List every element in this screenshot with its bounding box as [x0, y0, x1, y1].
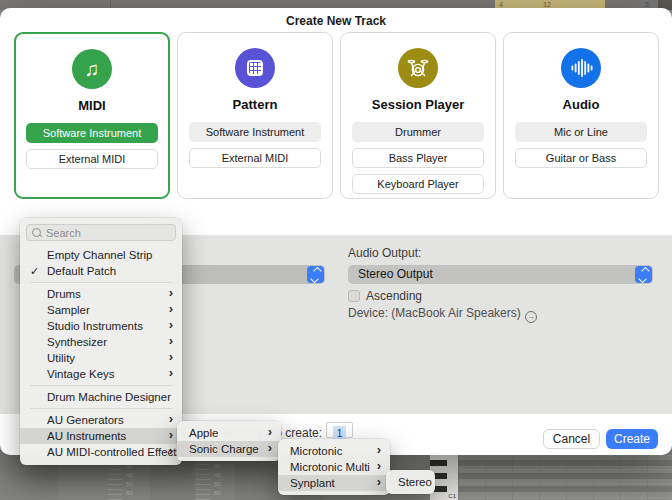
menu-item-utility[interactable]: Utility	[20, 350, 182, 366]
menu-separator	[30, 282, 172, 283]
menu-item-studio-instruments[interactable]: Studio Instruments	[20, 318, 182, 334]
ascending-checkbox[interactable]	[348, 290, 360, 302]
menu-item-au-instruments[interactable]: AU Instruments	[20, 428, 182, 444]
ascending-label: Ascending	[366, 289, 422, 303]
external-midi-button[interactable]: External MIDI	[189, 148, 321, 168]
meter-number: 60	[126, 489, 133, 498]
tracks-count-input[interactable]: 1	[326, 422, 353, 438]
menu-item-drum-machine-designer[interactable]: Drum Machine Designer	[20, 389, 182, 405]
card-pattern[interactable]: Pattern Software Instrument External MID…	[177, 32, 333, 199]
submenu-chevron-icon	[169, 333, 173, 349]
submenu-chevron-icon	[377, 458, 381, 474]
grid-icon	[247, 60, 263, 76]
card-session-player[interactable]: Session Player Drummer Bass Player Keybo…	[340, 32, 496, 199]
meter-number: 60	[214, 489, 221, 498]
submenu-chevron-icon	[169, 411, 173, 427]
menu-separator	[30, 385, 172, 386]
card-title: Pattern	[178, 97, 332, 112]
submenu-chevron-icon	[169, 285, 173, 301]
popup-stepper-icon	[635, 266, 652, 283]
menu-item-default-patch[interactable]: Default Patch	[20, 263, 182, 279]
meter-number: 50	[126, 480, 133, 489]
submenu-chevron-icon	[268, 424, 272, 440]
tracks-count-value: 1	[333, 426, 346, 440]
audio-card-circle	[561, 48, 601, 88]
menu-item-synthesizer[interactable]: Synthesizer	[20, 334, 182, 350]
black-key	[430, 460, 447, 466]
external-midi-button[interactable]: External MIDI	[26, 149, 158, 169]
submenu-chevron-icon	[169, 317, 173, 333]
card-audio[interactable]: Audio Mic or Line Guitar or Bass	[503, 32, 659, 199]
keyboard-player-button[interactable]: Keyboard Player	[352, 174, 484, 194]
cancel-button[interactable]: Cancel	[543, 429, 600, 449]
create-button[interactable]: Create	[606, 429, 658, 449]
audio-output-popup[interactable]: Stereo Output	[348, 265, 653, 284]
midi-card-circle	[72, 49, 112, 89]
submenu-chevron-icon	[169, 443, 173, 459]
go-to-device-icon[interactable]	[525, 311, 537, 323]
menu-item-au-midi-controlled-effects[interactable]: AU MIDI-controlled Effects	[20, 444, 182, 460]
meter-number: 45	[126, 471, 133, 480]
session-card-circle	[398, 48, 438, 88]
guitar-or-bass-button[interactable]: Guitar or Bass	[515, 148, 647, 168]
grid-dark-row	[458, 460, 672, 466]
piano-key-label: C1	[448, 493, 456, 499]
menu-search-field[interactable]: Search	[26, 224, 176, 241]
software-instrument-button[interactable]: Software Instrument	[26, 123, 158, 143]
card-title: Audio	[504, 97, 658, 112]
sonic-charge-submenu: Microtonic Microtonic Multi Synplant	[278, 439, 390, 495]
drum-kit-icon	[406, 56, 430, 80]
menu-item-stereo[interactable]: Stereo	[386, 474, 435, 490]
au-instruments-submenu: Apple Sonic Charge	[177, 421, 281, 461]
menu-item-au-generators[interactable]: AU Generators	[20, 412, 182, 428]
menu-item-microtonic-multi[interactable]: Microtonic Multi	[278, 459, 390, 475]
meter-number: 45	[214, 471, 221, 480]
music-note-icon	[85, 59, 100, 80]
menu-item-drums[interactable]: Drums	[20, 286, 182, 302]
waveform-icon	[569, 56, 593, 80]
popup-stepper-icon	[307, 266, 324, 283]
checkmark-icon	[30, 263, 39, 279]
card-title: MIDI	[16, 98, 168, 113]
submenu-chevron-icon	[169, 349, 173, 365]
pattern-card-circle	[235, 48, 275, 88]
menu-item-empty-channel-strip[interactable]: Empty Channel Strip	[20, 247, 182, 263]
search-icon	[32, 228, 41, 237]
patch-menu: Search Empty Channel Strip Default Patch…	[20, 218, 182, 465]
submenu-chevron-icon	[377, 442, 381, 458]
piano-roll-grid	[458, 455, 672, 500]
drummer-button[interactable]: Drummer	[352, 122, 484, 142]
card-title: Session Player	[341, 97, 495, 112]
menu-item-sonic-charge[interactable]: Sonic Charge	[177, 441, 281, 457]
search-placeholder: Search	[46, 227, 81, 239]
audio-output-value: Stereo Output	[358, 265, 433, 284]
menu-item-sampler[interactable]: Sampler	[20, 302, 182, 318]
grid-dark-row	[458, 486, 672, 492]
submenu-chevron-icon	[377, 474, 381, 490]
menu-item-microtonic[interactable]: Microtonic	[278, 443, 390, 459]
submenu-chevron-icon	[268, 440, 272, 456]
submenu-chevron-icon	[169, 427, 173, 443]
meter-number: 50	[214, 480, 221, 489]
dialog-title: Create New Track	[0, 14, 672, 28]
menu-item-synplant[interactable]: Synplant	[278, 475, 390, 491]
bass-player-button[interactable]: Bass Player	[352, 148, 484, 168]
mic-or-line-button[interactable]: Mic or Line	[515, 122, 647, 142]
device-row: Device: (MacBook Air Speakers)	[348, 306, 537, 323]
software-instrument-button[interactable]: Software Instrument	[189, 122, 321, 142]
menu-item-vintage-keys[interactable]: Vintage Keys	[20, 366, 182, 382]
meter-number: 40	[214, 462, 221, 471]
grid-dark-row	[458, 473, 672, 479]
device-text: Device: (MacBook Air Speakers)	[348, 306, 521, 320]
card-midi[interactable]: MIDI Software Instrument External MIDI	[14, 32, 170, 199]
submenu-chevron-icon	[169, 365, 173, 381]
menu-separator	[30, 408, 172, 409]
menu-item-apple[interactable]: Apple	[177, 425, 281, 441]
submenu-chevron-icon	[169, 301, 173, 317]
synplant-submenu: Stereo	[386, 470, 435, 494]
audio-output-label: Audio Output:	[348, 246, 421, 260]
